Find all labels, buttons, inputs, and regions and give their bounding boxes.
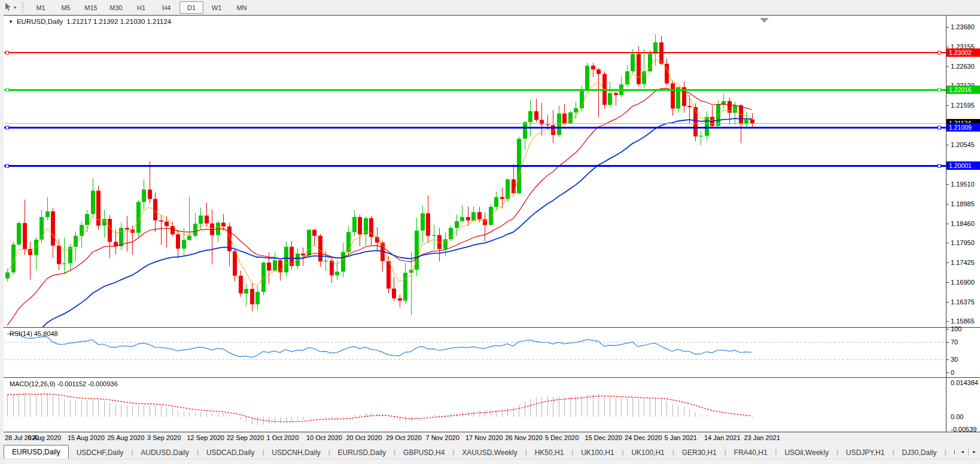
chart-area: ▼ EURUSD,Daily 1.21217 1.21392 1.21030 1… [4, 15, 980, 443]
bottom-scrollbar-strip[interactable] [0, 459, 980, 464]
symbol-tab-usoil-weekly[interactable]: USOil,Weekly [777, 447, 836, 459]
rsi-label: RSI(14) 45.8048 [10, 330, 58, 337]
date-tick-label: 15 Dec 2020 [585, 434, 627, 441]
price-tick-label: 1.15865 [951, 318, 980, 325]
date-axis: 28 Jul 20206 Aug 202015 Aug 202025 Aug 2… [4, 432, 980, 444]
rsi-axis-label: 70 [951, 338, 980, 346]
timeframe-button-m30[interactable]: M30 [104, 1, 128, 14]
timeframe-button-h4[interactable]: H4 [154, 1, 178, 14]
timeframe-buttons: M1M5M15M30H1H4D1W1MN [28, 1, 254, 14]
symbol-tab-gbpusd-h4[interactable]: GBPUSD,H4 [395, 447, 452, 459]
symbol-tab-china300-h1[interactable]: CHINA300,H1 [946, 447, 955, 459]
timeframe-button-m15[interactable]: M15 [79, 1, 103, 14]
macd-label: MACD(12,26,9) -0.001152 -0.000936 [10, 380, 118, 387]
macd-axis-label: -0.00539 [951, 426, 980, 434]
date-tick-label: 23 Jan 2021 [744, 434, 786, 441]
price-tick-label: 1.17950 [951, 239, 980, 247]
axis-tick-mark [946, 47, 949, 47]
axis-tick-mark [946, 66, 949, 67]
date-tick-label: 15 Aug 2020 [68, 434, 109, 441]
rsi-title: RSI(14) [10, 330, 32, 337]
date-tick-label: 6 Aug 2020 [28, 434, 70, 441]
symbol-tab-hk50-h1[interactable]: HK50,H1 [527, 447, 572, 459]
axis-tick-mark [946, 329, 949, 329]
price-tick-label: 1.16900 [951, 279, 980, 286]
pointer-tool-button[interactable]: ▾ [0, 2, 19, 13]
date-tick-label: 22 Sep 2020 [227, 434, 269, 441]
timeframe-button-mn[interactable]: MN [230, 1, 254, 14]
axis-tick-mark [946, 321, 949, 322]
symbol-tab-usdchf-daily[interactable]: USDCHF,Daily [69, 447, 132, 459]
tab-scroll-left-icon[interactable]: ◄ [958, 447, 967, 456]
axis-tick-mark [946, 262, 949, 263]
symbol-period-label: EURUSD,Daily [17, 18, 63, 25]
symbol-tab-dj30-daily[interactable]: DJ30,Daily [894, 447, 944, 459]
date-tick-label: 20 Oct 2020 [346, 434, 388, 441]
timeframe-button-w1[interactable]: W1 [205, 1, 229, 14]
date-tick-label: 17 Nov 2020 [465, 434, 507, 441]
timeframe-button-h1[interactable]: H1 [129, 1, 153, 14]
rsi-axis-label: 100 [951, 325, 980, 333]
axis-tick-mark [946, 373, 949, 373]
dropdown-caret-icon[interactable]: ▾ [14, 5, 16, 10]
price-line-badge: 1.22016 [946, 86, 980, 94]
axis-tick-mark [946, 184, 949, 185]
symbol-tab-xauusd-weekly[interactable]: XAUUSD,Weekly [454, 447, 525, 459]
axis-tick-mark [946, 342, 949, 343]
ohlc-values: 1.21217 1.21392 1.21030 1.21124 [66, 18, 171, 25]
symbol-tab-usdcad-daily[interactable]: USDCAD,Daily [199, 447, 263, 459]
date-tick-label: 5 Dec 2020 [545, 434, 587, 441]
date-tick-label: 1 Oct 2020 [267, 434, 309, 441]
timeframe-toolbar: ▾ M1M5M15M30H1H4D1W1MN [0, 0, 980, 16]
chart-title: ▼ EURUSD,Daily 1.21217 1.21392 1.21030 1… [8, 18, 171, 25]
date-tick-label: 26 Nov 2020 [506, 434, 547, 441]
symbol-tab-uk100-h1[interactable]: UK100,H1 [573, 447, 622, 459]
axis-tick-mark [946, 145, 949, 145]
macd-panel-canvas[interactable] [4, 378, 946, 432]
rsi-axis-label: 0 [951, 369, 980, 377]
symbol-tab-ger30-h1[interactable]: GER30,H1 [674, 447, 725, 459]
macd-values: -0.001152 -0.000936 [57, 380, 117, 387]
chart-tabs: EURUSD,DailyUSDCHF,Daily|AUDUSD,Daily|US… [4, 443, 955, 459]
timeframe-button-m5[interactable]: M5 [54, 1, 78, 14]
date-tick-label: 25 Aug 2020 [108, 434, 150, 441]
date-tick-label: 14 Jan 2021 [704, 434, 746, 441]
main-chart-canvas[interactable] [4, 16, 946, 327]
price-tick-label: 1.17425 [951, 259, 980, 267]
price-tick-label: 1.16375 [951, 298, 980, 306]
price-line-badge: 1.21009 [946, 123, 980, 132]
symbol-tab-fra40-h1[interactable]: FRA40,H1 [726, 447, 775, 459]
tab-scroll-right-icon[interactable]: ► [970, 447, 979, 456]
timeframe-button-d1[interactable]: D1 [179, 1, 203, 14]
price-tick-label: 1.19510 [951, 181, 980, 188]
rsi-panel-canvas[interactable] [4, 328, 946, 377]
symbol-tab-eurusd-daily[interactable]: EURUSD,Daily [330, 447, 394, 459]
date-tick-label: 24 Dec 2020 [625, 434, 666, 441]
date-tick-label: 12 Sep 2020 [187, 434, 229, 441]
toolbar-grip-handle[interactable] [22, 2, 23, 13]
price-line-badge: 1.20001 [946, 161, 980, 170]
date-tick-label: 29 Oct 2020 [386, 434, 428, 441]
price-tick-label: 1.18460 [951, 220, 980, 228]
tab-scroll-controls: ◄ ► [958, 447, 979, 456]
title-collapse-icon[interactable]: ▼ [8, 19, 13, 25]
macd-axis-label: 0.014384 [951, 379, 980, 387]
symbol-tab-uk100-h1[interactable]: UK100,H1 [623, 447, 672, 459]
rsi-axis-label: 30 [951, 356, 980, 364]
price-tick-label: 1.20545 [951, 141, 980, 149]
rsi-value: 45.8048 [34, 330, 58, 337]
symbol-tab-usdjpy-h1[interactable]: USDJPY,H1 [838, 447, 892, 459]
date-tick-label: 3 Sep 2020 [147, 434, 189, 441]
timeframe-button-m1[interactable]: M1 [29, 1, 53, 14]
axis-tick-mark [946, 243, 949, 243]
axis-tick-mark [946, 302, 949, 303]
date-tick-label: 7 Nov 2020 [426, 434, 468, 441]
mt4-window: ▾ M1M5M15M30H1H4D1W1MN ▼ EURUSD,Daily 1.… [0, 0, 980, 464]
cursor-arrow-icon [4, 2, 13, 13]
date-tick-label: 10 Oct 2020 [306, 434, 348, 441]
macd-title: MACD(12,26,9) [10, 380, 55, 387]
symbol-tab-usdcnh-daily[interactable]: USDCNH,Daily [264, 447, 328, 459]
symbol-tab-audusd-daily[interactable]: AUDUSD,Daily [133, 447, 197, 459]
price-tick-label: 1.23680 [951, 23, 980, 31]
symbol-tab-eurusd-daily[interactable]: EURUSD,Daily [4, 445, 69, 459]
